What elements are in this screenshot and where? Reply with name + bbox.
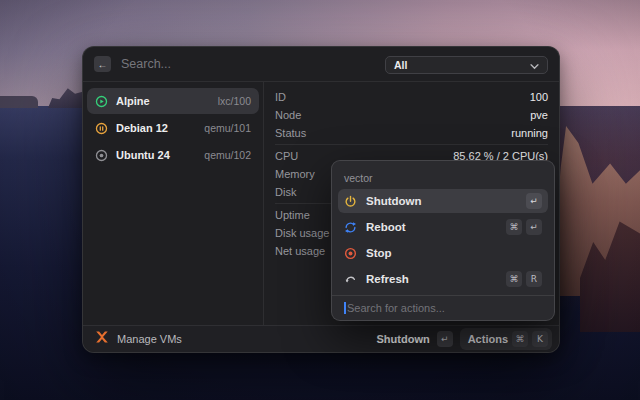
action-search-placeholder: Search for actions... bbox=[347, 302, 445, 314]
action-shortcut: ⌘ R bbox=[506, 271, 542, 287]
vm-id: qemu/102 bbox=[204, 149, 251, 161]
search-input[interactable]: Search... bbox=[121, 57, 171, 71]
k-key-icon: K bbox=[532, 331, 548, 347]
detail-row-node: Node pve bbox=[264, 106, 559, 124]
action-item-refresh[interactable]: Refresh ⌘ R bbox=[338, 267, 548, 291]
search-header: ← Search... All bbox=[83, 47, 559, 82]
command-key-icon: ⌘ bbox=[512, 331, 528, 347]
primary-action-button[interactable]: Shutdown bbox=[377, 333, 430, 345]
return-key-icon: ↵ bbox=[437, 331, 453, 347]
stop-circle-icon bbox=[95, 149, 108, 162]
detail-label: Status bbox=[275, 127, 306, 139]
command-key-icon: ⌘ bbox=[506, 219, 522, 235]
reboot-icon bbox=[344, 221, 357, 234]
action-item-stop[interactable]: Stop bbox=[338, 241, 548, 265]
footer-actions: Shutdown ↵ Actions ⌘ K bbox=[377, 328, 553, 350]
vm-name: Debian 12 bbox=[116, 122, 196, 134]
detail-label: Uptime bbox=[275, 209, 310, 221]
vm-list: Alpine lxc/100 Debian 12 qemu/101 Ubuntu… bbox=[83, 82, 264, 325]
vm-id: qemu/101 bbox=[204, 122, 251, 134]
refresh-icon bbox=[344, 273, 357, 286]
actions-menu-button[interactable]: Actions ⌘ K bbox=[460, 328, 552, 350]
action-item-shutdown[interactable]: Shutdown ↵ bbox=[338, 189, 548, 213]
vm-id: lxc/100 bbox=[218, 95, 251, 107]
action-section-title: vector bbox=[332, 161, 554, 189]
actions-label: Actions bbox=[468, 333, 508, 345]
vm-name: Ubuntu 24 bbox=[116, 149, 196, 161]
detail-label: Disk bbox=[275, 186, 296, 198]
back-arrow-icon: ← bbox=[98, 59, 108, 70]
detail-label: CPU bbox=[275, 150, 298, 162]
action-shortcut: ⌘ ↵ bbox=[506, 219, 542, 235]
vm-list-item-ubuntu[interactable]: Ubuntu 24 qemu/102 bbox=[87, 142, 259, 168]
action-panel-popup: vector Shutdown ↵ Reboot ⌘ ↵ Stop Refres… bbox=[331, 160, 555, 321]
vm-list-item-alpine[interactable]: Alpine lxc/100 bbox=[87, 88, 259, 114]
back-button[interactable]: ← bbox=[94, 56, 111, 72]
vm-list-item-debian[interactable]: Debian 12 qemu/101 bbox=[87, 115, 259, 141]
detail-row-id: ID 100 bbox=[264, 88, 559, 106]
command-key-icon: ⌘ bbox=[506, 271, 522, 287]
action-shortcut: ↵ bbox=[526, 193, 542, 209]
return-key-icon: ↵ bbox=[526, 193, 542, 209]
detail-label: Memory bbox=[275, 168, 315, 180]
detail-label: Node bbox=[275, 109, 301, 121]
detail-label: Net usage bbox=[275, 245, 325, 257]
action-label: Shutdown bbox=[366, 195, 517, 207]
action-item-reboot[interactable]: Reboot ⌘ ↵ bbox=[338, 215, 548, 239]
pause-circle-icon bbox=[95, 122, 108, 135]
action-label: Refresh bbox=[366, 273, 497, 285]
return-key-icon: ↵ bbox=[526, 219, 542, 235]
play-circle-icon bbox=[95, 95, 108, 108]
detail-value: pve bbox=[530, 109, 548, 121]
detail-value: 100 bbox=[530, 91, 548, 103]
text-cursor bbox=[344, 302, 346, 314]
stop-icon bbox=[344, 247, 357, 260]
proxmox-logo-icon bbox=[95, 330, 109, 348]
detail-label: ID bbox=[275, 91, 286, 103]
action-search-input[interactable]: Search for actions... bbox=[332, 295, 554, 320]
vm-name: Alpine bbox=[116, 95, 210, 107]
action-label: Reboot bbox=[366, 221, 497, 233]
detail-row-status: Status running bbox=[264, 124, 559, 142]
extension-name: Manage VMs bbox=[117, 333, 182, 345]
footer-bar: Manage VMs Shutdown ↵ Actions ⌘ K bbox=[83, 325, 559, 352]
divider bbox=[275, 144, 548, 145]
power-icon bbox=[344, 195, 357, 208]
r-key-icon: R bbox=[526, 271, 542, 287]
action-label: Stop bbox=[366, 247, 533, 259]
detail-value: running bbox=[511, 127, 548, 139]
chevron-down-icon bbox=[530, 56, 539, 74]
filter-dropdown[interactable]: All bbox=[385, 56, 548, 74]
detail-label: Disk usage bbox=[275, 227, 329, 239]
filter-dropdown-value: All bbox=[394, 59, 407, 71]
